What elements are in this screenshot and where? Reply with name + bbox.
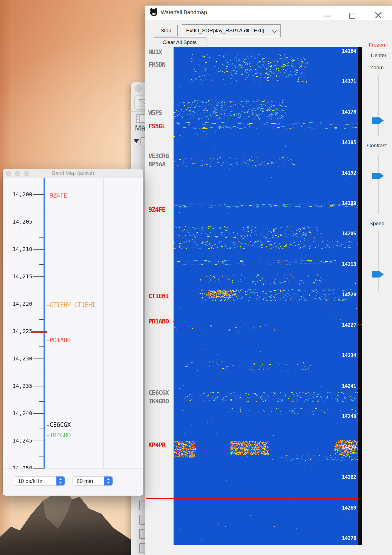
frequency-scale-row: 14,210 — [3, 251, 103, 258]
waterfall-spot-label[interactable]: CT1EHI — [148, 293, 174, 300]
frequency-major-tick — [33, 249, 44, 250]
bandmap-frequency-label: 14,250 — [5, 465, 32, 469]
frequency-scale-row: 14,215 — [3, 278, 103, 285]
frequency-scale-row: 14,205 — [3, 223, 103, 230]
waterfall-bandmap-window: Waterfall Bandmap Stop ExtIO_SDRplay_RSP… — [145, 5, 392, 555]
waterfall-frequency-label: 14269 — [315, 505, 356, 511]
waterfall-spot-label[interactable]: NU1X — [148, 48, 174, 56]
waterfall-frequency-label: 14255 — [315, 444, 356, 450]
band-axis-line — [44, 178, 45, 469]
bandmap-frequency-label: 14,210 — [5, 246, 32, 252]
zoom-slider-thumb[interactable] — [372, 117, 384, 124]
waterfall-frequency-label: 14192 — [315, 170, 356, 176]
waterfall-spot-label[interactable]: IK4GRO — [148, 398, 174, 405]
frequency-minor-tick — [39, 264, 44, 265]
bandmap-frequency-label: 14,240 — [5, 410, 32, 417]
waterfall-spot-label[interactable]: FM5DN — [148, 61, 174, 68]
waterfall-frequency-label: 14227 — [315, 322, 356, 328]
stepper-icon[interactable] — [104, 476, 113, 485]
frequency-minor-tick — [39, 429, 44, 429]
waterfall-titlebar[interactable]: Waterfall Bandmap — [145, 5, 392, 20]
partial-window-text: Ma — [135, 124, 145, 132]
waterfall-frequency-label: 14178 — [315, 109, 356, 115]
stop-button[interactable]: Stop — [154, 25, 178, 36]
device-dropdown-value: ExtIO_SDRplay_RSP1A.dll - ExtI( — [186, 28, 264, 33]
waterfall-frequency-label: 14199 — [315, 200, 356, 206]
speed-slider-track[interactable] — [377, 231, 379, 291]
bandmap-spot-label[interactable]: -CT1EHY CT1EHI — [46, 301, 95, 308]
waterfall-frequency-label: 14213 — [315, 261, 356, 267]
chevron-down-icon — [272, 28, 277, 33]
zoom-slider-track[interactable] — [377, 76, 379, 136]
frequency-major-tick — [33, 276, 44, 277]
frequency-major-tick — [33, 222, 44, 222]
bandmap-spot-label[interactable]: -IK4GRO — [46, 432, 71, 439]
waterfall-spot-label[interactable]: KP4PR — [148, 441, 174, 449]
waterfall-spot-label[interactable]: VE3CRG — [148, 152, 174, 160]
maximize-icon[interactable] — [349, 13, 355, 19]
frequency-scale-row: 14,245 — [3, 442, 103, 449]
scale-select-value: 10 px/kHz — [18, 478, 42, 484]
bandmap-footer: 10 px/kHz 60 min — [3, 469, 143, 496]
speed-slider-thumb[interactable] — [372, 271, 384, 278]
bandmap-frequency-label: 14,215 — [5, 273, 32, 280]
time-span-select[interactable]: 60 min — [73, 476, 113, 485]
bandmap-frequency-label: 14,235 — [5, 383, 32, 389]
close-icon[interactable] — [374, 11, 381, 19]
waterfall-frequency-label: 14206 — [315, 230, 356, 236]
frequency-scale-row: 14,230 — [3, 360, 103, 367]
app-icon — [150, 9, 157, 16]
time-span-select-value: 60 min — [77, 478, 93, 484]
spot-frequency-dashes — [173, 321, 189, 322]
column-divider — [103, 178, 103, 469]
waterfall-frequency-label: 14164 — [315, 48, 356, 54]
frequency-major-tick — [33, 413, 44, 414]
frequency-major-tick — [33, 359, 44, 359]
bandmap-frequency-label: 14,200 — [5, 191, 32, 198]
bandmap-spot-label[interactable]: -CE6CGX — [46, 421, 71, 428]
bandmap-spot-label[interactable]: -PD1ABO — [46, 337, 71, 344]
frequency-minor-tick — [39, 456, 44, 456]
device-dropdown[interactable]: ExtIO_SDRplay_RSP1A.dll - ExtI( — [182, 24, 281, 37]
current-time-red-line — [146, 498, 358, 499]
speed-slider-label: Speed — [362, 221, 392, 227]
waterfall-spot-label[interactable]: CE6CGX — [148, 389, 174, 396]
frequency-minor-tick — [39, 374, 44, 374]
waterfall-control-panel: Frozen Center Zoom Contrast Speed — [362, 20, 392, 555]
bandmap-spot-label[interactable]: -9Z4FE — [46, 192, 67, 199]
waterfall-frequency-label: 14220 — [315, 291, 356, 297]
waterfall-frequency-label: 14241 — [315, 383, 356, 389]
waterfall-spot-label[interactable]: 9Z4FE — [148, 206, 174, 213]
minimize-icon[interactable] — [324, 16, 331, 16]
traffic-light-icon[interactable] — [135, 85, 142, 92]
frequency-major-tick — [33, 194, 44, 195]
bandmap-content: 14,200 14,205 14,210 14,215 — [3, 178, 143, 469]
frequency-scale-row: 14,235 — [3, 388, 103, 395]
frequency-major-tick — [33, 386, 44, 386]
bandmap-frequency-label: 14,245 — [5, 437, 32, 444]
frequency-minor-tick — [39, 346, 44, 347]
scale-select[interactable]: 10 px/kHz — [14, 476, 65, 485]
frequency-minor-tick — [39, 210, 44, 210]
window-title: Waterfall Bandmap — [161, 9, 207, 16]
frequency-minor-tick — [39, 319, 44, 320]
waterfall-spot-label[interactable]: FS5GL — [148, 123, 174, 130]
clear-all-spots-button[interactable]: Clear All Spots — [153, 37, 206, 47]
contrast-slider-track[interactable] — [377, 155, 379, 214]
waterfall-spot-label[interactable]: 8P5AA — [148, 161, 174, 168]
frequency-minor-tick — [39, 292, 44, 292]
frozen-status-label: Frozen — [362, 42, 392, 48]
waterfall-spot-label[interactable]: PD1ABO — [148, 318, 174, 325]
band-map-window: Band Map (active) 14,200 14,205 14,210 — [3, 169, 143, 495]
bandmap-frequency-label: 14,220 — [5, 300, 32, 307]
spot-frequency-marker — [32, 331, 47, 333]
bandmap-titlebar[interactable]: Band Map (active) — [3, 169, 143, 178]
frequency-minor-tick — [39, 237, 44, 238]
center-button[interactable]: Center — [366, 50, 391, 61]
disclosure-triangle-icon[interactable] — [133, 139, 139, 143]
stepper-icon[interactable] — [56, 476, 65, 485]
frequency-major-tick — [33, 304, 44, 304]
contrast-slider-thumb[interactable] — [372, 173, 384, 179]
waterfall-frequency-label: 14185 — [315, 139, 356, 145]
waterfall-spot-label[interactable]: W5PS — [148, 109, 174, 116]
